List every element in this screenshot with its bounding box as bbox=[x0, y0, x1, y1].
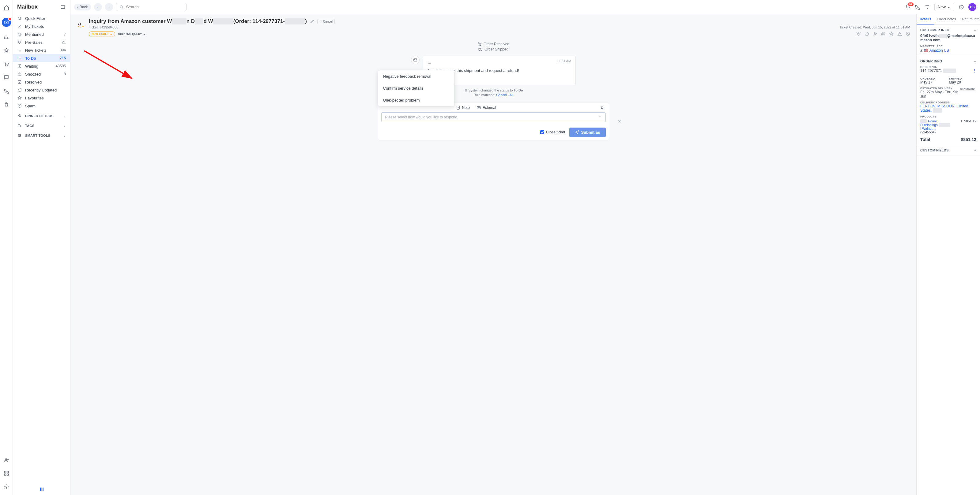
warning-icon[interactable] bbox=[897, 32, 902, 36]
reply-tab-note[interactable]: Note bbox=[456, 106, 470, 110]
rp-tab-details[interactable]: Details bbox=[916, 14, 934, 24]
bag-icon[interactable] bbox=[3, 101, 10, 108]
sidebar-item-mentioned[interactable]: @Mentioned7 bbox=[13, 30, 70, 38]
svg-rect-20 bbox=[43, 488, 43, 491]
sidebar-section-tags[interactable]: TAGS⌄ bbox=[13, 121, 70, 131]
close-ticket-checkbox[interactable]: Close ticket bbox=[540, 130, 565, 134]
sidebar-item-recently-updated[interactable]: Recently Updated bbox=[13, 86, 70, 94]
popup-item-confirm-service[interactable]: Confirm service details bbox=[378, 82, 454, 94]
svg-rect-30 bbox=[479, 48, 481, 50]
cancel-tag[interactable]: ♡Cancel bbox=[317, 19, 335, 24]
star-icon[interactable] bbox=[3, 47, 10, 54]
rp-tab-order-notes[interactable]: Order notes bbox=[934, 14, 959, 24]
sidebar-item-my-tickets[interactable]: My Tickets bbox=[13, 22, 70, 30]
help-icon[interactable] bbox=[959, 4, 964, 10]
edit-title-icon[interactable] bbox=[310, 19, 314, 24]
list-icon bbox=[17, 56, 22, 60]
filter-icon[interactable] bbox=[924, 4, 930, 10]
popup-item-unexpected-problem[interactable]: Unexpected problem bbox=[378, 94, 454, 106]
sidebar-item-pre-sales[interactable]: Pre-Sales21 bbox=[13, 38, 70, 46]
collapse-sidebar-icon[interactable] bbox=[60, 4, 66, 10]
rp-tab-return-info[interactable]: Return Info bbox=[959, 14, 980, 24]
svg-rect-4 bbox=[4, 471, 6, 473]
svg-point-16 bbox=[20, 135, 21, 136]
svg-point-3 bbox=[5, 458, 7, 460]
chat-icon[interactable] bbox=[3, 74, 10, 81]
svg-point-11 bbox=[19, 41, 19, 42]
order-menu-icon[interactable]: ⋮ bbox=[973, 68, 976, 73]
copy-icon[interactable] bbox=[600, 106, 605, 110]
marketplace-link[interactable]: Amazon US bbox=[929, 48, 949, 52]
status-pill-new-ticket[interactable]: NEW TICKET ⌄ bbox=[89, 32, 115, 36]
apps-icon[interactable] bbox=[3, 470, 10, 477]
us-flag-icon: 🇺🇸 bbox=[924, 48, 928, 52]
chevron-down-icon: ⌄ bbox=[63, 134, 66, 138]
chart-icon[interactable] bbox=[3, 34, 10, 40]
sidebar-item-snoozed[interactable]: Snoozed8 bbox=[13, 70, 70, 78]
avatar[interactable]: CS bbox=[968, 3, 976, 11]
search-icon bbox=[17, 16, 22, 21]
submit-button[interactable]: Submit as bbox=[569, 128, 605, 137]
amazon-mini-icon: a bbox=[920, 48, 923, 52]
check-icon bbox=[17, 79, 22, 84]
rule-link-cancel[interactable]: Cancel bbox=[496, 93, 506, 97]
sidebar-item-resolved[interactable]: Resolved bbox=[13, 78, 70, 86]
block-icon[interactable] bbox=[905, 32, 910, 36]
sidebar-item-spam[interactable]: Spam bbox=[13, 102, 70, 110]
svg-point-8 bbox=[5, 486, 7, 488]
home-icon[interactable] bbox=[3, 4, 10, 11]
new-button[interactable]: New⌄ bbox=[934, 3, 954, 11]
chevron-down-icon[interactable]: ⌄ bbox=[974, 59, 976, 63]
response-template-popup: Negative feedback removal Confirm servic… bbox=[378, 70, 455, 106]
close-reply-icon[interactable]: ✕ bbox=[617, 118, 621, 124]
chevron-down-icon[interactable]: ⌄ bbox=[974, 28, 976, 32]
sidebar-section-smart-tools[interactable]: SMART TOOLS⌄ bbox=[13, 131, 70, 140]
mail-icon[interactable] bbox=[2, 18, 11, 27]
add-user-icon[interactable] bbox=[3, 457, 10, 463]
chevron-down-icon: ⌄ bbox=[143, 32, 145, 35]
back-button[interactable]: ‹Back bbox=[74, 4, 91, 10]
timer-icon[interactable] bbox=[865, 32, 869, 36]
shipping-query-tag[interactable]: SHIPPING QUERY ⌄ bbox=[118, 32, 145, 35]
svg-point-29 bbox=[480, 45, 481, 46]
search-input[interactable] bbox=[116, 3, 186, 11]
reply-tab-external[interactable]: External bbox=[477, 106, 496, 110]
reply-respond-dropdown[interactable]: Please select how would you like to resp… bbox=[381, 112, 606, 122]
sidebar-section-pinned-filters[interactable]: PINNED FILTERS⌄ bbox=[13, 111, 70, 121]
chevron-down-icon: ⌄ bbox=[63, 114, 66, 118]
nav-prev-button[interactable]: ← bbox=[94, 3, 102, 11]
sidebar-item-waiting[interactable]: Waiting48595 bbox=[13, 62, 70, 70]
sidebar-item-label: Waiting bbox=[25, 64, 38, 68]
assign-user-icon[interactable] bbox=[873, 32, 877, 36]
amazon-logo-icon: a bbox=[76, 20, 85, 29]
layout-icon[interactable] bbox=[39, 486, 45, 492]
popup-item-negative-feedback[interactable]: Negative feedback removal bbox=[378, 70, 454, 82]
sidebar-item-label: To Do bbox=[25, 56, 36, 60]
sidebar-item-quick-filter[interactable]: Quick Filter bbox=[13, 14, 70, 22]
rule-link-all[interactable]: All bbox=[510, 93, 513, 97]
plus-icon[interactable]: + bbox=[974, 148, 976, 152]
at-icon: @ bbox=[17, 32, 22, 37]
notifications-icon[interactable]: 9+ bbox=[905, 4, 910, 10]
gear-icon[interactable] bbox=[3, 483, 10, 490]
phone-icon[interactable] bbox=[915, 4, 920, 10]
nav-next-button[interactable]: → bbox=[105, 3, 113, 11]
sidebar-item-to-do[interactable]: To Do715 bbox=[13, 54, 70, 62]
sidebar-item-label: Snoozed bbox=[25, 72, 41, 76]
sidebar-item-new-tickets[interactable]: New Tickets394 bbox=[13, 46, 70, 54]
cart-icon[interactable] bbox=[3, 60, 10, 67]
chevron-down-icon: ⌄ bbox=[110, 32, 112, 35]
clock-icon bbox=[17, 87, 22, 92]
at-icon[interactable]: @ bbox=[881, 32, 885, 36]
svg-point-26 bbox=[874, 32, 875, 34]
svg-point-2 bbox=[7, 65, 8, 66]
delivery-address-link[interactable]: FENTON, MISSOURI, United States, bbox=[920, 104, 968, 113]
phone-icon[interactable] bbox=[3, 87, 10, 94]
sidebar-item-label: Pre-Sales bbox=[25, 40, 43, 44]
system-note: System changed the status to To Do Rule … bbox=[76, 89, 910, 97]
alarm-icon[interactable] bbox=[856, 32, 861, 36]
svg-point-15 bbox=[19, 134, 19, 135]
sidebar-item-favourites[interactable]: Favourites bbox=[13, 94, 70, 102]
message-row: 11:51 AM ... I want to cancel this shipm… bbox=[76, 56, 910, 86]
star-icon[interactable] bbox=[889, 32, 894, 36]
